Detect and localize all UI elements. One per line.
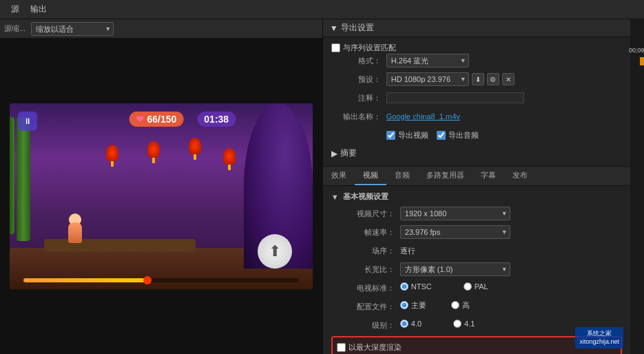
level41-radio[interactable] (453, 320, 461, 328)
aspect-row: 长宽比： 方形像素 (1.0) ▼ (331, 262, 622, 277)
progress-fill (23, 278, 147, 282)
ntsc-radio-item: NTSC (400, 282, 432, 291)
lantern-2 (147, 141, 160, 158)
branding-watermark: 系统之家 xitongzhija.net (575, 327, 623, 348)
aspect-dropdown[interactable]: 方形像素 (1.0) (400, 262, 510, 276)
level40-radio[interactable] (400, 320, 408, 328)
branding-line1: 系统之家 (579, 329, 619, 338)
score-badge: 66/150 (129, 112, 183, 127)
tab-captions[interactable]: 字幕 (472, 167, 504, 185)
zoom-dropdown-wrapper: 缩放以适合 ▼ (31, 22, 114, 36)
tab-effects[interactable]: 效果 (323, 167, 355, 185)
menu-source[interactable]: 源 (6, 3, 25, 15)
timecode-label: 00;09;15 (629, 47, 644, 54)
match-sequence-checkbox[interactable] (331, 43, 340, 52)
score-display: 66/150 01:38 (129, 112, 236, 127)
high-radio[interactable] (451, 301, 459, 309)
menu-bar: 源 输出 (0, 0, 644, 19)
basic-video-label: 基本视频设置 (343, 191, 388, 202)
zoom-dropdown[interactable]: 缩放以适合 (31, 22, 114, 36)
tab-publish[interactable]: 发布 (504, 167, 536, 185)
max-depth-label: 以最大深度渲染 (349, 342, 402, 353)
tv-standard-row: 电视标准： NTSC PAL (331, 280, 622, 295)
lantern-1 (106, 145, 118, 161)
export-video-item: 导出视频 (386, 130, 428, 140)
level40-radio-item: 4.0 (400, 320, 422, 328)
summary-label: 摘要 (340, 147, 357, 159)
format-dropdown[interactable]: H.264 蓝光 (386, 54, 469, 67)
progress-bar (23, 278, 299, 282)
preset-dropdown[interactable]: HD 1080p 23.976 (386, 72, 469, 86)
preset-dropdown-wrapper: HD 1080p 23.976 ▼ (386, 72, 469, 86)
field-order-value: 逐行 (400, 246, 415, 256)
tv-standard-radios: NTSC PAL (400, 282, 488, 291)
delete-preset-btn[interactable]: ✕ (502, 73, 515, 85)
export-settings-label: 导出设置 (341, 22, 374, 34)
preset-icons: ⬇ ⚙ ✕ (472, 73, 515, 85)
note-row: 注释： (331, 90, 622, 105)
source-label: 源缩... (4, 23, 25, 34)
right-edge-strip: 00;09;15 (630, 19, 644, 354)
video-preview: ⏸ 66/150 01:38 ⬆ (0, 39, 322, 354)
summary-header[interactable]: ▶ 摘要 (331, 146, 622, 160)
jump-button[interactable]: ⬆ (258, 234, 292, 269)
tv-standard-label: 电视标准： (331, 283, 400, 293)
tab-multiplexer[interactable]: 多路复用器 (418, 167, 472, 185)
pal-label: PAL (475, 282, 488, 291)
match-sequence-item: 与序列设置匹配 (331, 43, 396, 53)
pal-radio[interactable] (464, 282, 472, 291)
note-label: 注释： (331, 93, 386, 103)
tab-audio[interactable]: 音频 (386, 167, 418, 185)
export-settings-header[interactable]: ▼ 导出设置 (323, 19, 630, 37)
level40-value: 4.0 (411, 320, 422, 328)
frame-rate-dropdown-wrapper: 23.976 fps ▼ (400, 225, 510, 239)
branding-line2: xitongzhija.net (579, 337, 619, 346)
output-name-value[interactable]: Google china8_1.m4v (386, 112, 460, 121)
export-video-label: 导出视频 (398, 130, 428, 140)
bamboo-decoration (17, 117, 30, 241)
export-audio-item: 导出音频 (437, 130, 479, 140)
match-sequence-label: 与序列设置匹配 (343, 43, 396, 53)
format-label: 格式： (331, 56, 386, 66)
tab-video[interactable]: 视频 (355, 167, 386, 185)
game-character (65, 214, 85, 241)
frame-rate-dropdown[interactable]: 23.976 fps (400, 225, 510, 239)
video-size-row: 视频尺寸： 1920 x 1080 ▼ (331, 206, 622, 221)
profile-row: 配置文件： 主要 高 (331, 299, 622, 314)
export-audio-checkbox[interactable] (437, 131, 446, 140)
tabs-row: 效果 视频 音频 多路复用器 字幕 发布 (323, 167, 630, 186)
field-order-label: 场序： (331, 246, 400, 256)
main-radio[interactable] (400, 301, 408, 309)
video-size-dropdown[interactable]: 1920 x 1080 (400, 207, 510, 220)
level41-value: 4.1 (464, 320, 475, 328)
note-input[interactable] (386, 92, 524, 103)
preset-row: 预设： HD 1080p 23.976 ▼ ⬇ ⚙ ✕ (331, 72, 622, 87)
max-depth-row: 以最大深度渲染 (337, 340, 616, 354)
aspect-dropdown-wrapper: 方形像素 (1.0) ▼ (400, 262, 510, 276)
export-video-checkbox[interactable] (386, 131, 395, 140)
pause-button[interactable]: ⏸ (18, 112, 37, 131)
lantern-3 (189, 138, 201, 154)
timer-badge: 01:38 (197, 112, 236, 127)
basic-video-collapse-icon: ▼ (331, 193, 339, 201)
match-sequence-row: 与序列设置匹配 (331, 43, 622, 53)
menu-output[interactable]: 输出 (25, 3, 52, 15)
max-depth-checkbox[interactable] (337, 343, 346, 352)
pal-radio-item: PAL (464, 282, 488, 291)
right-panel: ▼ 导出设置 与序列设置匹配 格式： H.264 蓝光 ▼ (322, 19, 630, 354)
ntsc-label: NTSC (411, 282, 432, 291)
level-label: 级别： (331, 320, 400, 331)
ntsc-radio[interactable] (400, 282, 408, 291)
max-depth-item: 以最大深度渲染 (337, 342, 402, 353)
export-audio-label: 导出音频 (448, 130, 479, 140)
preset-label: 预设： (331, 74, 386, 85)
settings-preset-btn[interactable]: ⚙ (487, 73, 499, 85)
format-row: 格式： H.264 蓝光 ▼ (331, 53, 622, 68)
high-label: 高 (462, 300, 470, 311)
profile-label: 配置文件： (331, 302, 400, 312)
save-preset-btn[interactable]: ⬇ (472, 73, 484, 85)
export-av-row: 导出视频 导出音频 (331, 127, 622, 143)
field-order-row: 场序： 逐行 (331, 243, 622, 258)
main-radio-item: 主要 (400, 300, 426, 311)
basic-video-header: ▼ 基本视频设置 (331, 191, 622, 202)
